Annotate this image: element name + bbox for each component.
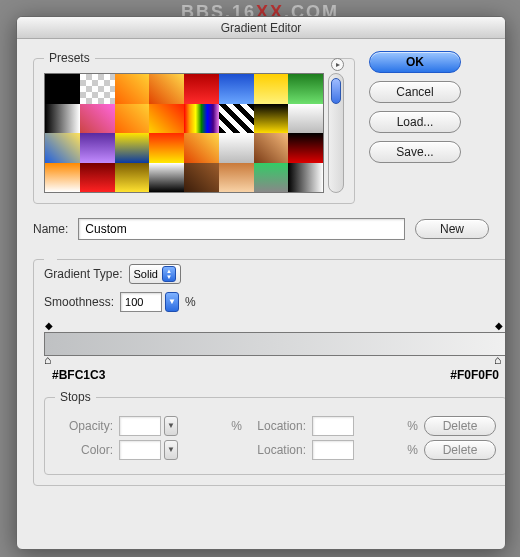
gradient-type-select[interactable]: Solid ▲▼ bbox=[129, 264, 181, 284]
preset-swatch[interactable] bbox=[45, 163, 80, 193]
color-stop-left[interactable] bbox=[46, 356, 55, 366]
opacity-label: Opacity: bbox=[55, 419, 113, 433]
preset-swatch[interactable] bbox=[219, 74, 254, 104]
delete-color-stop-button[interactable]: Delete bbox=[424, 440, 496, 460]
opacity-dropdown-icon[interactable]: ▼ bbox=[164, 416, 178, 436]
preset-swatch[interactable] bbox=[254, 163, 289, 193]
gradient-editor-dialog: Gradient Editor Presets ▸ bbox=[16, 16, 506, 550]
preset-swatch[interactable] bbox=[184, 133, 219, 163]
ok-button[interactable]: OK bbox=[369, 51, 461, 73]
preset-swatch[interactable] bbox=[288, 104, 323, 134]
smoothness-label: Smoothness: bbox=[44, 295, 114, 309]
preset-swatch[interactable] bbox=[288, 133, 323, 163]
preset-swatch[interactable] bbox=[149, 163, 184, 193]
color-well[interactable] bbox=[119, 440, 161, 460]
opacity-input[interactable] bbox=[119, 416, 161, 436]
presets-legend: Presets bbox=[44, 51, 95, 65]
location-label: Location: bbox=[248, 443, 306, 457]
preset-swatch[interactable] bbox=[80, 163, 115, 193]
preset-swatch[interactable] bbox=[149, 133, 184, 163]
percent-label: % bbox=[360, 419, 418, 433]
name-input[interactable] bbox=[78, 218, 405, 240]
preset-swatches[interactable] bbox=[44, 73, 324, 193]
preset-swatch[interactable] bbox=[288, 74, 323, 104]
color-location-input[interactable] bbox=[312, 440, 354, 460]
cancel-button[interactable]: Cancel bbox=[369, 81, 461, 103]
gradient-type-label: Gradient Type: bbox=[44, 267, 123, 281]
location-label: Location: bbox=[248, 419, 306, 433]
stops-legend: Stops bbox=[55, 390, 96, 404]
preset-swatch[interactable] bbox=[80, 104, 115, 134]
preset-swatch[interactable] bbox=[115, 163, 150, 193]
preset-swatch[interactable] bbox=[80, 133, 115, 163]
preset-swatch[interactable] bbox=[115, 74, 150, 104]
smoothness-dropdown-icon[interactable]: ▼ bbox=[165, 292, 179, 312]
save-button[interactable]: Save... bbox=[369, 141, 461, 163]
right-color-hex: #F0F0F0 bbox=[450, 368, 499, 382]
preset-swatch[interactable] bbox=[219, 163, 254, 193]
opacity-location-input[interactable] bbox=[312, 416, 354, 436]
preset-swatch[interactable] bbox=[115, 104, 150, 134]
percent-label: % bbox=[360, 443, 418, 457]
scrollbar-thumb[interactable] bbox=[331, 78, 341, 104]
preset-swatch[interactable] bbox=[288, 163, 323, 193]
gradient-bar[interactable] bbox=[44, 332, 506, 356]
stops-fieldset: Stops Opacity: ▼ % Location: % Delete Co… bbox=[44, 390, 506, 475]
percent-label: % bbox=[185, 295, 196, 309]
preset-swatch[interactable] bbox=[45, 74, 80, 104]
preset-swatch[interactable] bbox=[149, 104, 184, 134]
opacity-stop-right[interactable] bbox=[496, 322, 505, 332]
color-dropdown-icon[interactable]: ▼ bbox=[164, 440, 178, 460]
color-stop-right[interactable] bbox=[496, 356, 505, 366]
gradient-type-value: Solid bbox=[134, 268, 158, 280]
load-button[interactable]: Load... bbox=[369, 111, 461, 133]
percent-label: % bbox=[184, 419, 242, 433]
dialog-title: Gradient Editor bbox=[17, 17, 505, 39]
preset-swatch[interactable] bbox=[184, 104, 219, 134]
preset-swatch[interactable] bbox=[80, 74, 115, 104]
preset-scrollbar[interactable] bbox=[328, 73, 344, 193]
preset-swatch[interactable] bbox=[254, 74, 289, 104]
smoothness-input[interactable] bbox=[120, 292, 162, 312]
presets-fieldset: Presets ▸ bbox=[33, 51, 355, 204]
preset-swatch[interactable] bbox=[219, 104, 254, 134]
preset-swatch[interactable] bbox=[45, 104, 80, 134]
preset-swatch[interactable] bbox=[184, 163, 219, 193]
opacity-stop-left[interactable] bbox=[46, 322, 55, 332]
preset-swatch[interactable] bbox=[254, 133, 289, 163]
left-color-hex: #BFC1C3 bbox=[52, 368, 105, 382]
preset-swatch[interactable] bbox=[219, 133, 254, 163]
presets-menu-icon[interactable]: ▸ bbox=[331, 58, 344, 71]
preset-swatch[interactable] bbox=[115, 133, 150, 163]
name-label: Name: bbox=[33, 222, 68, 236]
preset-swatch[interactable] bbox=[184, 74, 219, 104]
preset-swatch[interactable] bbox=[149, 74, 184, 104]
color-label: Color: bbox=[55, 443, 113, 457]
new-button[interactable]: New bbox=[415, 219, 489, 239]
select-arrows-icon: ▲▼ bbox=[162, 266, 176, 282]
preset-swatch[interactable] bbox=[254, 104, 289, 134]
preset-swatch[interactable] bbox=[45, 133, 80, 163]
gradient-fieldset: . Gradient Type: Solid ▲▼ Smoothness: ▼ … bbox=[33, 252, 506, 486]
delete-opacity-stop-button[interactable]: Delete bbox=[424, 416, 496, 436]
